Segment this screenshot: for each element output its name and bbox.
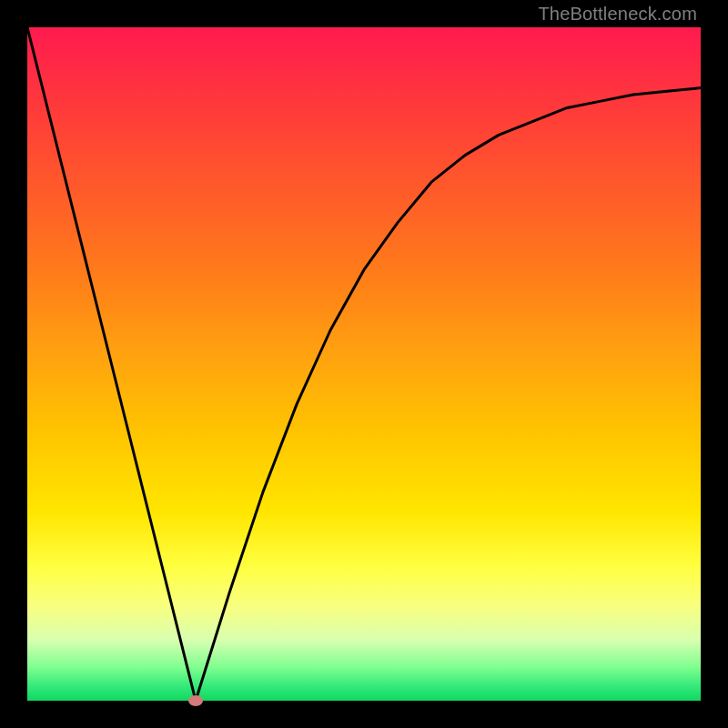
bottleneck-curve <box>27 27 701 701</box>
plot-area <box>27 27 701 701</box>
minimum-marker <box>188 695 203 706</box>
watermark-text: TheBottleneck.com <box>538 4 697 25</box>
chart-frame: TheBottleneck.com <box>0 0 728 728</box>
